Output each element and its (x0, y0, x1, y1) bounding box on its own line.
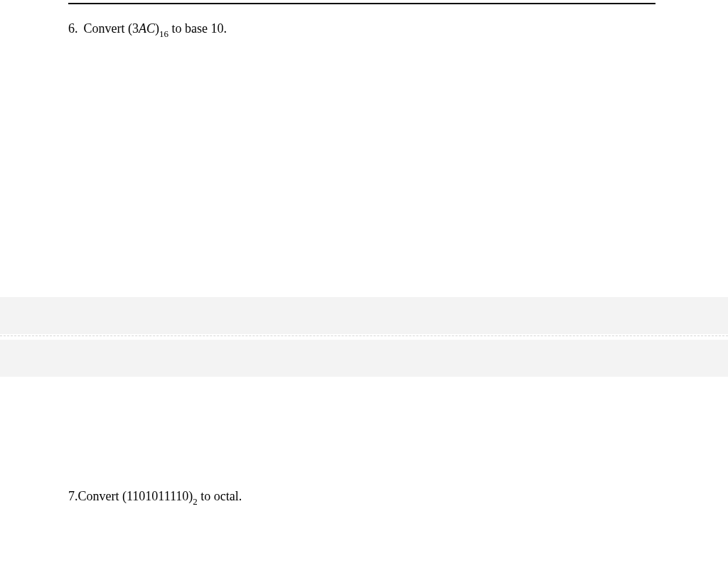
question-subscript: 16 (159, 28, 168, 39)
question-6: 6.Convert (3AC)16 to base 10. (68, 20, 227, 40)
question-7: 7.Convert (1101011110)2 to octal. (68, 488, 242, 508)
separator-band (0, 340, 728, 377)
question-number: 7. (68, 488, 78, 505)
question-italic: AC (139, 21, 155, 36)
question-subscript: 2 (193, 496, 197, 507)
question-text-after: to base 10. (168, 21, 227, 36)
question-text-before: Convert (3 (84, 21, 139, 36)
dashed-divider (0, 335, 728, 336)
question-number: 6. (68, 20, 78, 38)
question-text-before: Convert (1101011110) (78, 489, 193, 503)
separator-band (0, 297, 728, 334)
horizontal-rule (68, 3, 655, 4)
question-text-after: to octal. (198, 489, 242, 503)
